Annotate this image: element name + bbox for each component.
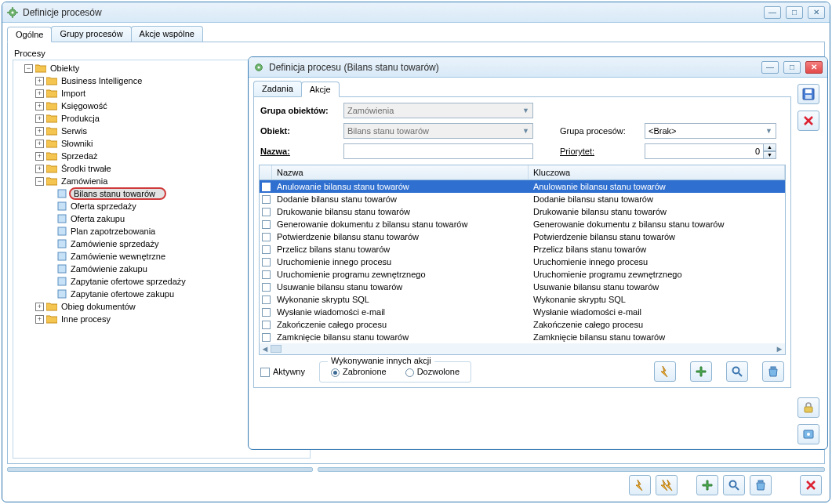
nazwa-input[interactable] (343, 143, 533, 159)
splitter[interactable] (7, 467, 825, 472)
expander-icon[interactable]: + (35, 89, 44, 98)
row-checkbox[interactable] (262, 321, 271, 329)
tab-grupy-procesow[interactable]: Grupy procesów (51, 26, 131, 42)
tree-item[interactable]: Plan zapotrzebowania (69, 227, 157, 236)
expander-icon[interactable]: − (24, 64, 33, 73)
row-checkbox[interactable] (262, 220, 271, 229)
tab-ogolne[interactable]: Ogólne (7, 27, 52, 42)
table-row[interactable]: Wykonanie skryptu SQLWykonanie skryptu S… (260, 293, 785, 306)
tree-item[interactable]: Zamówienie sprzedaży (69, 239, 161, 248)
pin-button[interactable] (797, 424, 819, 444)
expander-icon[interactable]: + (35, 127, 44, 136)
cancel-button[interactable] (797, 111, 819, 131)
table-row[interactable]: Uruchomienie programu zewnętrznegoUrucho… (260, 268, 785, 281)
tree-item[interactable]: Zapytanie ofertowe zakupu (69, 289, 176, 299)
col-nazwa[interactable]: Nazwa (272, 165, 529, 179)
tab-akcje[interactable]: Akcje (301, 82, 340, 97)
expander-icon[interactable]: − (35, 177, 44, 186)
expander-icon[interactable]: + (35, 114, 44, 123)
tree-item[interactable]: Zamówienia (60, 176, 109, 186)
inner-add-button[interactable] (690, 361, 712, 382)
tree-item[interactable]: Zamówienie wewnętrzne (69, 252, 167, 261)
row-checkbox[interactable] (262, 333, 271, 342)
tree-item[interactable]: Słowniki (60, 139, 94, 148)
inner-search-button[interactable] (726, 361, 748, 382)
inner-run-button[interactable] (654, 361, 676, 382)
inner-close-button[interactable]: ✕ (805, 61, 823, 74)
row-checkbox[interactable] (262, 208, 271, 216)
table-row[interactable]: Anulowanie bilansu stanu towarówAnulowan… (260, 180, 785, 193)
outer-maximize-button[interactable]: □ (786, 6, 803, 19)
svg-rect-14 (58, 290, 66, 298)
row-checkbox[interactable] (262, 308, 271, 317)
row-checkbox[interactable] (262, 296, 271, 304)
inner-maximize-button[interactable]: □ (783, 61, 801, 74)
save-button[interactable] (797, 84, 819, 104)
row-checkbox[interactable] (262, 183, 271, 191)
table-row[interactable]: Dodanie bilansu stanu towarówDodanie bil… (260, 193, 785, 205)
spin-down[interactable]: ▼ (764, 151, 776, 159)
tree-item[interactable]: Zapytanie ofertowe sprzedaży (69, 277, 187, 286)
tree-item[interactable]: Inne procesy (60, 314, 112, 324)
tree-item[interactable]: Produkcja (60, 114, 101, 123)
grupa-procesow-combo[interactable]: <Brak>▼ (645, 123, 776, 139)
tree-item[interactable]: Księgowość (60, 101, 109, 111)
tree-item[interactable]: Obieg dokumentów (60, 302, 137, 311)
outer-close-button[interactable]: ✕ (808, 6, 825, 19)
row-checkbox[interactable] (262, 270, 271, 279)
table-row[interactable]: Usuwanie bilansu stanu towarówUsuwanie b… (260, 281, 785, 293)
expander-icon[interactable]: + (35, 315, 44, 324)
grupa-procesow-label: Grupa procesów: (560, 126, 638, 136)
tree-root[interactable]: Obiekty (49, 63, 81, 73)
tree-item[interactable]: Środki trwałe (60, 164, 113, 173)
table-row[interactable]: Generowanie dokumentu z bilansu stanu to… (260, 218, 785, 230)
table-row[interactable]: Drukowanie bilansu stanu towarówDrukowan… (260, 205, 785, 218)
tab-akcje-wspolne[interactable]: Akcje wspólne (131, 26, 203, 42)
expander-icon[interactable]: + (35, 152, 44, 161)
row-checkbox[interactable] (262, 258, 271, 267)
inner-minimize-button[interactable]: — (761, 61, 779, 74)
lock-button[interactable] (797, 397, 819, 418)
expander-icon[interactable]: + (35, 102, 44, 111)
col-kluczowa[interactable]: Kluczowa (529, 165, 785, 179)
row-checkbox[interactable] (262, 233, 271, 241)
table-row[interactable]: Uruchomienie innego procesuUruchomienie … (260, 256, 785, 268)
expander-icon[interactable]: + (35, 303, 44, 311)
tree-item[interactable]: Business Intelligence (60, 76, 144, 85)
aktywny-checkbox[interactable]: Aktywny (260, 367, 305, 377)
inner-delete-button[interactable] (762, 361, 784, 382)
priorytet-input[interactable] (645, 143, 764, 159)
tab-zadania[interactable]: Zadania (253, 81, 302, 96)
table-row[interactable]: Przelicz bilans stanu towarówPrzelicz bi… (260, 243, 785, 256)
table-row[interactable]: Potwierdzenie bilansu stanu towarówPotwi… (260, 230, 785, 243)
row-checkbox[interactable] (262, 245, 271, 254)
delete-button[interactable] (750, 475, 772, 495)
tree-item[interactable]: Sprzedaż (60, 151, 99, 161)
row-checkbox[interactable] (262, 283, 271, 292)
grid-hscroll[interactable]: ◄► (260, 343, 785, 354)
run-button[interactable] (629, 475, 651, 495)
search-button[interactable] (723, 475, 745, 495)
tree-item[interactable]: Zamówienie zakupu (69, 264, 149, 274)
tree-item[interactable]: Import (60, 89, 87, 98)
radio-dozwolone[interactable]: Dozwolone (405, 367, 460, 377)
spin-up[interactable]: ▲ (764, 143, 776, 151)
radio-zabronione[interactable]: Zabronione (331, 367, 387, 377)
expander-icon[interactable]: + (35, 77, 44, 85)
close-panel-button[interactable] (800, 475, 822, 495)
outer-minimize-button[interactable]: — (764, 6, 781, 19)
actions-button[interactable] (656, 475, 678, 495)
expander-icon[interactable]: + (35, 140, 44, 148)
table-row[interactable]: Zamknięcie bilansu stanu towarówZamknięc… (260, 331, 785, 343)
add-button[interactable] (696, 475, 718, 495)
tree-item[interactable]: Oferta zakupu (69, 214, 126, 223)
expander-icon[interactable]: + (35, 165, 44, 173)
tree-item[interactable]: Serwis (60, 126, 89, 136)
table-row[interactable]: Zakończenie całego procesuZakończenie ca… (260, 318, 785, 331)
row-checkbox[interactable] (262, 195, 271, 204)
tree-item[interactable]: Bilans stanu towarów (69, 187, 166, 200)
tree-item[interactable]: Oferta sprzedaży (69, 201, 138, 211)
table-row[interactable]: Wysłanie wiadomości e-mailWysłanie wiado… (260, 306, 785, 318)
priorytet-stepper[interactable]: ▲▼ (645, 143, 776, 159)
cell-nazwa: Usuwanie bilansu stanu towarów (272, 282, 529, 292)
